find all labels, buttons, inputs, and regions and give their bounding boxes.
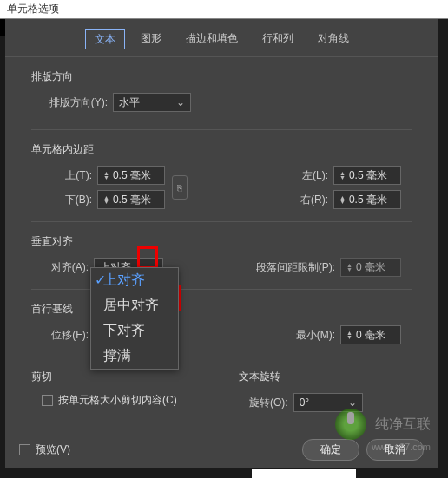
tab-rows-cols[interactable]: 行和列 <box>254 29 302 49</box>
dialog-footer: 预览(V) 确定 取消 <box>5 439 438 461</box>
spacing-limit-input[interactable]: ▲▼ 0 毫米 <box>340 258 401 277</box>
padding-top-label: 上(T): <box>42 168 92 183</box>
align-dropdown: 上对齐 居中对齐 下对齐 撑满 <box>90 267 179 370</box>
section-title: 排版方向 <box>31 69 412 84</box>
layout-direction-value: 水平 <box>119 95 140 110</box>
cancel-button[interactable]: 取消 <box>366 439 424 461</box>
rotation-title: 文本旋转 <box>239 370 412 384</box>
align-label: 对齐(A): <box>42 260 89 275</box>
min-input[interactable]: ▲▼ 0 毫米 <box>340 325 401 344</box>
clip-rotation-section: 剪切 按单元格大小剪切内容(C) 文本旋转 旋转(O): 0° ⌄ <box>31 370 412 417</box>
padding-top-value: 0.5 毫米 <box>113 168 151 183</box>
spacing-limit-value: 0 毫米 <box>356 260 385 275</box>
chevron-down-icon: ⌄ <box>175 96 187 108</box>
vertical-align-section: 垂直对齐 对齐(A): 上对齐 ⌄ 段落间距限制(P): ▲▼ 0 毫米 <box>31 234 412 290</box>
rotation-select[interactable]: 0° ⌄ <box>293 393 363 412</box>
cell-padding-section: 单元格内边距 上(T): ▲▼ 0.5 毫米 下(B): <box>31 142 412 222</box>
preview-label: 预览(V) <box>36 442 70 457</box>
padding-left-input[interactable]: ▲▼ 0.5 毫米 <box>333 166 401 185</box>
cell-options-dialog: 文本 图形 描边和填色 行和列 对角线 排版方向 排版方向(Y): 水平 ⌄ 单… <box>5 19 438 468</box>
tab-text[interactable]: 文本 <box>85 29 125 49</box>
tab-diagonal[interactable]: 对角线 <box>309 29 358 49</box>
section-title: 垂直对齐 <box>31 234 412 249</box>
bottom-strip <box>252 469 356 478</box>
clip-checkbox-label: 按单元格大小剪切内容(C) <box>58 393 177 408</box>
preview-checkbox[interactable] <box>19 444 30 455</box>
layout-direction-select[interactable]: 水平 ⌄ <box>113 93 191 112</box>
min-value: 0 毫米 <box>356 328 385 343</box>
offset-label: 位移(F): <box>42 328 89 343</box>
clip-title: 剪切 <box>31 370 204 384</box>
padding-bottom-label: 下(B): <box>42 193 92 207</box>
padding-left-value: 0.5 毫米 <box>349 168 387 183</box>
layout-direction-section: 排版方向 排版方向(Y): 水平 ⌄ <box>31 69 412 130</box>
min-label: 最小(M): <box>296 328 335 343</box>
first-baseline-section: 首行基线 位移(F): ⌄ 最小(M): ▲▼ 0 毫米 <box>31 302 412 357</box>
padding-bottom-input[interactable]: ▲▼ 0.5 毫米 <box>97 190 165 209</box>
ok-button[interactable]: 确定 <box>302 439 359 461</box>
chevron-down-icon: ⌄ <box>346 396 359 409</box>
padding-top-input[interactable]: ▲▼ 0.5 毫米 <box>97 166 165 185</box>
padding-left-label: 左(L): <box>287 168 328 183</box>
align-option-bottom[interactable]: 下对齐 <box>91 318 178 344</box>
padding-right-input[interactable]: ▲▼ 0.5 毫米 <box>333 190 401 209</box>
padding-right-label: 右(R): <box>287 193 328 207</box>
layout-direction-label: 排版方向(Y): <box>42 95 108 110</box>
tab-bar: 文本 图形 描边和填色 行和列 对角线 <box>5 19 438 57</box>
section-title: 单元格内边距 <box>31 142 412 157</box>
align-option-justify[interactable]: 撑满 <box>91 344 178 369</box>
link-values-icon[interactable]: ⎘ <box>172 175 188 200</box>
tab-graphic[interactable]: 图形 <box>132 29 170 49</box>
rotation-value: 0° <box>300 396 309 409</box>
dialog-title: 单元格选项 <box>0 0 448 19</box>
tab-stroke-fill[interactable]: 描边和填色 <box>177 29 247 49</box>
padding-right-value: 0.5 毫米 <box>349 193 387 207</box>
align-option-center[interactable]: 居中对齐 <box>91 293 178 318</box>
spacing-limit-label: 段落间距限制(P): <box>256 260 335 275</box>
section-title: 首行基线 <box>31 302 412 317</box>
clip-checkbox[interactable] <box>42 395 53 406</box>
padding-bottom-value: 0.5 毫米 <box>113 193 151 207</box>
rotation-label: 旋转(O): <box>249 396 288 410</box>
align-option-top[interactable]: 上对齐 <box>91 268 178 293</box>
